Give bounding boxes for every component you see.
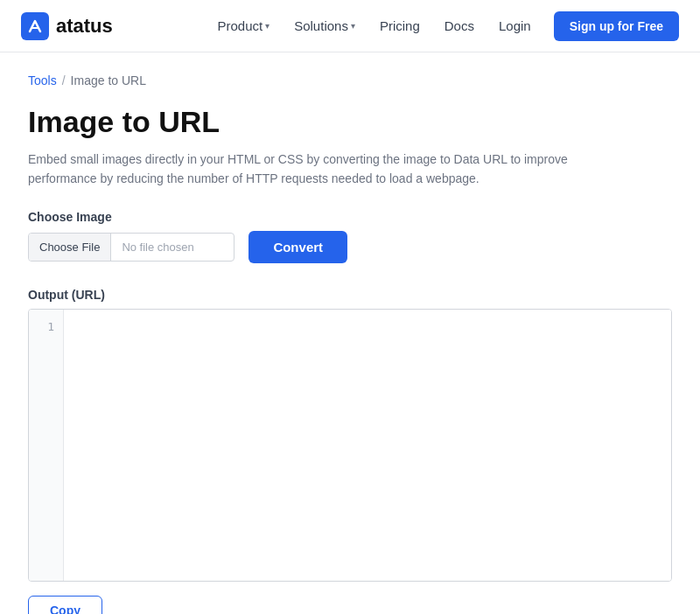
convert-button[interactable]: Convert xyxy=(248,231,347,263)
choose-file-button[interactable]: Choose File xyxy=(29,234,111,261)
page-description: Embed small images directly in your HTML… xyxy=(28,150,623,189)
nav-item-docs[interactable]: Docs xyxy=(436,13,483,38)
header: atatus Product ▾ Solutions ▾ Pricing Doc… xyxy=(0,0,700,52)
chevron-down-icon: ▾ xyxy=(351,21,355,31)
main-content: Tools / Image to URL Image to URL Embed … xyxy=(0,52,700,614)
logo-text: atatus xyxy=(56,15,113,38)
output-label: Output (URL) xyxy=(28,288,672,302)
line-numbers: 1 xyxy=(29,310,64,581)
svg-rect-0 xyxy=(21,12,49,40)
signup-button[interactable]: Sign up for Free xyxy=(554,11,679,41)
logo[interactable]: atatus xyxy=(21,12,113,40)
choose-image-label: Choose Image xyxy=(28,210,672,224)
copy-button[interactable]: Copy xyxy=(28,596,102,614)
breadcrumb-separator: / xyxy=(62,73,66,87)
main-nav: Product ▾ Solutions ▾ Pricing Docs Login… xyxy=(208,11,679,41)
file-chosen-text: No file chosen xyxy=(111,234,234,261)
nav-item-product[interactable]: Product ▾ xyxy=(208,13,278,38)
output-container: 1 xyxy=(28,309,672,582)
breadcrumb-current: Image to URL xyxy=(71,73,146,87)
page-title: Image to URL xyxy=(28,105,672,139)
nav-item-login[interactable]: Login xyxy=(490,13,540,38)
breadcrumb-tools-link[interactable]: Tools xyxy=(28,73,57,87)
file-input-wrapper: Choose File No file chosen xyxy=(28,233,234,262)
nav-item-solutions[interactable]: Solutions ▾ xyxy=(285,13,364,38)
chevron-down-icon: ▾ xyxy=(265,21,270,31)
breadcrumb: Tools / Image to URL xyxy=(28,73,672,87)
output-textarea[interactable] xyxy=(64,310,671,581)
file-input-row: Choose File No file chosen Convert xyxy=(28,231,672,263)
nav-item-pricing[interactable]: Pricing xyxy=(371,13,429,38)
logo-icon xyxy=(21,12,49,40)
